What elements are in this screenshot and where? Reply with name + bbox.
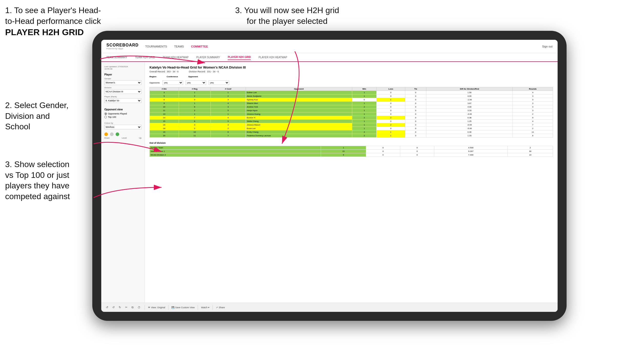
player-rank-label: Player (Rank): [104, 95, 142, 98]
out-of-division-label: Out of division: [149, 142, 553, 144]
subnav-player-h2h-heatmap[interactable]: PLAYER H2H HEATMAP: [258, 55, 287, 60]
share-btn[interactable]: ↗ Share: [216, 306, 225, 309]
instruction-step3-right: 3. You will now see H2H grid for the pla…: [223, 5, 351, 26]
col-reg: # Reg: [179, 87, 210, 91]
logo-sub: Powered by clippd: [106, 47, 139, 50]
col-conf: # Conf: [210, 87, 246, 91]
player-section-title: Player: [104, 73, 142, 76]
colour-dots: [104, 132, 142, 136]
colour-section: Colour by Win/loss Down Level Up: [104, 122, 142, 139]
table-row: 10 6 3 Andrea York 2 0 0 4.00 4: [150, 105, 553, 109]
view-original-btn[interactable]: 👁 View: Original: [148, 306, 165, 309]
save-custom-btn[interactable]: 💾 Save Custom View: [172, 306, 195, 309]
table-row: 14 7 4 Eunice Yi 2 2 0 0.38 9: [150, 116, 553, 120]
opponents-filter[interactable]: (All): [163, 80, 183, 85]
nav-tournaments[interactable]: TOURNAMENTS: [145, 44, 168, 49]
nav-teams[interactable]: TEAMS: [174, 44, 184, 49]
out-table-row: NAIA Division 1 15 0 0 9.267 30: [150, 150, 553, 153]
dot-level: [110, 132, 114, 136]
table-row: 6 3 3 Sydney Kuo 0 1 0 -1.00 3: [150, 98, 553, 102]
division-record: Division Record: 331 - 34 - 6: [189, 70, 219, 73]
undo-btn[interactable]: ↺: [105, 305, 109, 310]
logo-text: SCOREBOARD: [106, 43, 139, 47]
grid-title: Katelyn Vo Head-to-Head Grid for Women's…: [149, 65, 553, 69]
table-row: 13 1 1 Jessica Huang 1 0 0 -3.00 2: [150, 112, 553, 116]
bottom-toolbar: ↺ ↺ ↻ ✂ ⧉ ⏱ 👁 View: Original 💾 Save Cust…: [101, 303, 558, 312]
nav-items: TOURNAMENTS TEAMS COMMITTEE: [145, 44, 209, 49]
main-content: Last Updated: 27/03/2024 16:55:38 Player…: [101, 62, 558, 303]
grid-records: Overall Record: 353 - 34 - 6 Division Re…: [149, 70, 553, 73]
col-diff: Diff Av Strokes/Rnd: [426, 87, 513, 91]
division-select[interactable]: NCAA Division III: [104, 89, 142, 94]
watch-btn[interactable]: Watch ▾: [201, 306, 209, 309]
table-row: 16 3 3 Jessica Mason 1 2 0 -0.94 7: [150, 123, 553, 127]
colour-select[interactable]: Win/loss: [104, 125, 142, 129]
colour-labels: Down Level Up: [104, 137, 142, 139]
radio-opponents-played-circle: [104, 112, 107, 115]
toolbar-divider1: [145, 305, 145, 310]
subnav-player-summary[interactable]: PLAYER SUMMARY: [196, 55, 220, 60]
timestamp: Last Updated: 27/03/2024 16:55:38: [104, 65, 142, 70]
nav-right: Sign out: [542, 45, 552, 48]
nav-bar: SCOREBOARD Powered by clippd TOURNAMENTS…: [101, 40, 558, 53]
toolbar-divider4: [213, 305, 213, 310]
table-row: 18 2 2 Euna Lee 1 0 0 -5.00 2: [150, 127, 553, 130]
col-rounds: Rounds: [513, 87, 553, 91]
table-row: 15 8 5 Stella Cheng 1 0 0 1.25 4: [150, 120, 553, 123]
sign-out-link[interactable]: Sign out: [542, 45, 552, 48]
sub-nav: TEAM SUMMARY TEAM H2H GRID TEAM H2H HEAT…: [101, 53, 558, 62]
instruction-step3-left: 3. Show selection vs Top 100 or just pla…: [5, 159, 92, 202]
h2h-table: # Div # Reg # Conf Opponent Win Loss Tie…: [149, 87, 553, 138]
opponent-view-title: Opponent view: [104, 108, 142, 111]
clock-btn[interactable]: ⏱: [137, 305, 142, 310]
logo-area: SCOREBOARD Powered by clippd: [106, 43, 139, 50]
col-loss: Loss: [377, 87, 405, 91]
subnav-team-h2h-grid[interactable]: TEAM H2H GRID: [135, 55, 155, 60]
division-label: Division: [104, 86, 142, 89]
right-content: Katelyn Vo Head-to-Head Grid for Women's…: [145, 62, 558, 303]
radio-top100[interactable]: Top 100: [104, 116, 142, 118]
share-icon: ↗: [216, 306, 218, 309]
tablet-screen: SCOREBOARD Powered by clippd TOURNAMENTS…: [101, 40, 558, 312]
instruction-step2: 2. Select Gender, Division and School: [5, 100, 92, 132]
gender-select[interactable]: Women's: [104, 80, 142, 85]
view-icon: 👁: [148, 306, 150, 309]
out-of-division-table: Foreign Team 1 0 0 4.500 2 NAIA Division…: [149, 146, 553, 157]
out-table-row: NCAA Division 2 5 0 0 7.400 10: [150, 153, 553, 157]
overall-record: Overall Record: 353 - 34 - 6: [149, 70, 179, 73]
save-icon: 💾: [172, 306, 174, 309]
undo2-btn[interactable]: ↺: [111, 305, 116, 310]
table-row: 19 10 6 Emily Chang 4 1 0 0.30 11: [150, 130, 553, 134]
subnav-team-summary[interactable]: TEAM SUMMARY: [106, 55, 127, 60]
left-panel: Last Updated: 27/03/2024 16:55:38 Player…: [101, 62, 145, 303]
dot-down: [104, 132, 108, 136]
nav-committee[interactable]: COMMITTEE: [190, 44, 208, 49]
col-div: # Div: [150, 87, 179, 91]
subnav-team-h2h-heatmap[interactable]: TEAM H2H HEATMAP: [163, 55, 189, 60]
opponent-view-section: Opponent view Opponents Played Top 100: [104, 108, 142, 118]
col-win: Win: [352, 87, 376, 91]
player-rank-select[interactable]: 8. Katelyn Vo: [104, 98, 142, 103]
table-row: 11 2 5 Heejo Hyun 1 0 0 3.33 3: [150, 109, 553, 112]
table-row: 5 2 2 Alexis Sudjianto 1 0 0 4.00 3: [150, 94, 553, 98]
table-row: 9 1 4 Sharon Mun 1 0 0 3.67 3: [150, 102, 553, 105]
cut-btn[interactable]: ✂: [124, 305, 128, 310]
conference-filter[interactable]: (All): [186, 80, 206, 85]
table-row: 3 1 1 Esther Lee 1 0 0 1.50 4: [150, 91, 553, 94]
col-tie: Tie: [405, 87, 426, 91]
dot-up: [116, 132, 119, 136]
gender-label: Gender: [104, 78, 142, 80]
colour-by-label: Colour by: [104, 122, 142, 124]
out-table-row: Foreign Team 1 0 0 4.500 2: [150, 146, 553, 150]
radio-opponents-played[interactable]: Opponents Played: [104, 112, 142, 115]
tablet-frame: SCOREBOARD Powered by clippd TOURNAMENTS…: [92, 31, 567, 321]
copy-btn[interactable]: ⧉: [130, 305, 135, 310]
toolbar-divider3: [198, 305, 198, 310]
toolbar-divider2: [168, 305, 168, 310]
radio-top100-circle: [104, 116, 107, 118]
redo-btn[interactable]: ↻: [118, 305, 122, 310]
subnav-player-h2h-grid[interactable]: PLAYER H2H GRID: [228, 55, 251, 60]
opponent-filter[interactable]: (All): [209, 80, 229, 85]
col-opponent: Opponent: [246, 87, 352, 91]
table-row: 20 11 7 Federica Domecq Lacroze 2 1 0 1.…: [150, 134, 553, 138]
